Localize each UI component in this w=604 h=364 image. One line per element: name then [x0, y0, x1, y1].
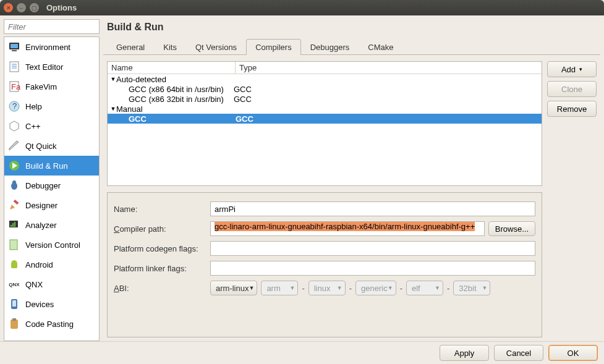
svg-rect-19	[14, 222, 15, 227]
sidebar: Environment Text Editor Fa FakeVim ? Hel…	[4, 19, 100, 341]
svg-rect-18	[12, 223, 14, 227]
bug-icon	[8, 179, 20, 192]
sidebar-item-label: QNX	[25, 280, 43, 289]
main-panel: Build & Run General Kits Qt Versions Com…	[103, 19, 600, 341]
fakevim-icon: Fa	[8, 80, 20, 93]
name-input[interactable]	[210, 201, 535, 216]
apply-button[interactable]: Apply	[440, 345, 489, 361]
titlebar: ✕ – ▢ Options	[0, 0, 604, 15]
svg-rect-3	[10, 62, 19, 72]
abi-arch[interactable]: arm▼	[261, 281, 298, 295]
help-icon: ?	[8, 100, 20, 112]
designer-icon	[8, 199, 20, 211]
tab-kits[interactable]: Kits	[154, 39, 186, 55]
sidebar-item-label: Devices	[25, 300, 54, 309]
tree-group-manual[interactable]: ▼ Manual	[108, 104, 542, 114]
sidebar-item-label: Text Editor	[25, 62, 63, 72]
sidebar-item-analyzer[interactable]: Analyzer	[4, 215, 99, 235]
sidebar-item-label: Environment	[25, 43, 70, 52]
vcs-icon	[8, 239, 20, 251]
category-list: Environment Text Editor Fa FakeVim ? Hel…	[4, 36, 100, 341]
col-name[interactable]: Name	[108, 62, 236, 74]
linker-input[interactable]	[210, 261, 535, 276]
svg-rect-17	[11, 225, 12, 227]
sidebar-item-debugger[interactable]: Debugger	[4, 176, 99, 195]
browse-button[interactable]: Browse...	[488, 221, 535, 236]
sidebar-item-fakevim[interactable]: Fa FakeVim	[4, 77, 99, 96]
sidebar-item-cpp[interactable]: C++	[4, 116, 99, 136]
tab-qt-versions[interactable]: Qt Versions	[186, 39, 246, 55]
compiler-form: Name: Compiler path: gcc-linaro-arm-linu…	[107, 192, 542, 337]
android-icon	[8, 258, 20, 271]
svg-point-14	[12, 180, 16, 184]
tree-item[interactable]: GCC (x86 32bit in /usr/bin) GCC	[108, 94, 542, 104]
sidebar-item-label: Analyzer	[25, 221, 57, 230]
tree-group-autodetected[interactable]: ▼ Auto-detected	[108, 74, 542, 84]
build-run-icon	[8, 159, 20, 172]
compiler-path-input[interactable]: gcc-linaro-arm-linux-gnueabihf-raspbian-…	[210, 221, 485, 236]
tree-item-selected[interactable]: GCC GCC	[108, 114, 542, 124]
codegen-input[interactable]	[210, 241, 535, 256]
abi-format[interactable]: elf▼	[406, 281, 443, 295]
svg-rect-15	[14, 200, 19, 205]
page-title: Build & Run	[103, 19, 600, 39]
remove-button[interactable]: Remove	[547, 101, 597, 117]
sidebar-item-devices[interactable]: Devices	[4, 294, 99, 314]
sidebar-item-label: Designer	[25, 201, 57, 210]
abi-label: ABI:	[114, 284, 206, 293]
sidebar-item-label: C++	[25, 122, 41, 131]
tab-compilers[interactable]: Compilers	[246, 39, 301, 55]
device-icon	[8, 298, 20, 310]
svg-text:?: ?	[12, 101, 17, 111]
abi-flavor[interactable]: generic▼	[355, 281, 396, 295]
filter-input[interactable]	[4, 19, 100, 34]
cpp-icon	[8, 120, 20, 132]
linker-label: Platform linker flags:	[114, 264, 206, 273]
tree-item[interactable]: GCC (x86 64bit in /usr/bin) GCC	[108, 84, 542, 94]
svg-rect-25	[12, 318, 16, 321]
close-icon[interactable]: ✕	[4, 3, 13, 12]
compiler-path-label: Compiler path:	[114, 224, 206, 234]
tab-cmake[interactable]: CMake	[359, 39, 402, 55]
sidebar-item-qnx[interactable]: QNX QNX	[4, 274, 99, 294]
action-buttons: Add Clone Remove	[547, 61, 597, 337]
sidebar-item-designer[interactable]: Designer	[4, 195, 99, 215]
chevron-down-icon[interactable]: ▼	[110, 76, 116, 82]
svg-rect-1	[11, 44, 18, 48]
tab-debuggers[interactable]: Debuggers	[301, 39, 359, 55]
sidebar-item-build-run[interactable]: Build & Run	[4, 156, 99, 176]
qtquick-icon	[8, 140, 20, 152]
paste-icon	[8, 318, 20, 330]
abi-select[interactable]: arm-linux▼	[210, 281, 257, 295]
sidebar-item-label: Debugger	[25, 181, 61, 190]
name-label: Name:	[114, 205, 206, 214]
svg-rect-20	[10, 240, 17, 250]
svg-rect-21	[11, 262, 17, 268]
sidebar-item-android[interactable]: Android	[4, 255, 99, 274]
sidebar-item-label: Qt Quick	[25, 142, 57, 151]
sidebar-item-label: Help	[25, 102, 42, 111]
dialog-footer: Apply Cancel OK	[0, 341, 604, 364]
sidebar-item-code-pasting[interactable]: Code Pasting	[4, 314, 99, 334]
sidebar-item-qtquick[interactable]: Qt Quick	[4, 136, 99, 156]
sidebar-item-help[interactable]: ? Help	[4, 96, 99, 116]
monitor-icon	[8, 41, 20, 53]
sidebar-item-label: Android	[25, 260, 53, 269]
chevron-down-icon[interactable]: ▼	[110, 106, 116, 112]
maximize-icon[interactable]: ▢	[30, 3, 39, 12]
abi-width[interactable]: 32bit▼	[453, 281, 490, 295]
abi-os[interactable]: linux▼	[308, 281, 346, 295]
svg-rect-23	[12, 300, 16, 307]
cancel-button[interactable]: Cancel	[494, 345, 543, 361]
sidebar-item-version-control[interactable]: Version Control	[4, 235, 99, 255]
clone-button[interactable]: Clone	[547, 81, 597, 97]
tab-general[interactable]: General	[107, 39, 154, 55]
sidebar-item-text-editor[interactable]: Text Editor	[4, 57, 99, 77]
sidebar-item-environment[interactable]: Environment	[4, 37, 99, 57]
minimize-icon[interactable]: –	[17, 3, 26, 12]
add-button[interactable]: Add	[547, 61, 597, 77]
col-type[interactable]: Type	[236, 62, 260, 74]
codegen-label: Platform codegen flags:	[114, 244, 206, 253]
ok-button[interactable]: OK	[548, 345, 598, 361]
sidebar-item-label: FakeVim	[25, 82, 57, 91]
